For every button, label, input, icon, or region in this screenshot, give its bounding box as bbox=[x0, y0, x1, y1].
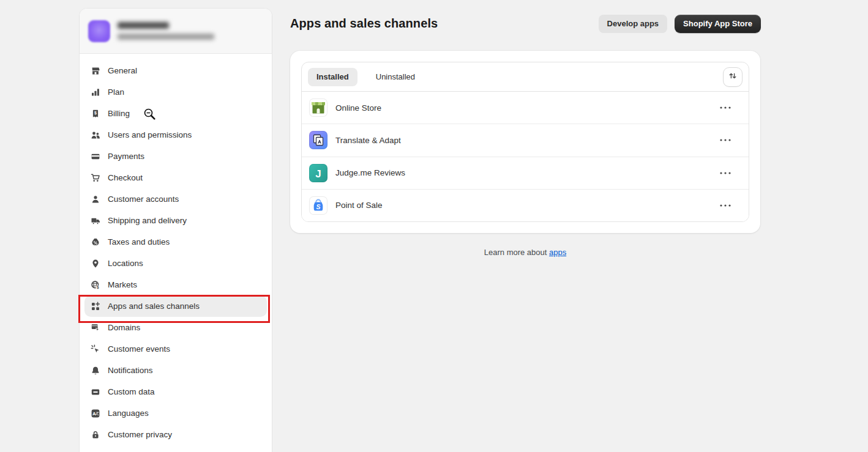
checkout-cart-icon bbox=[91, 173, 100, 183]
store-name-redacted bbox=[118, 22, 169, 29]
svg-text:S: S bbox=[316, 202, 320, 210]
app-name: Online Store bbox=[335, 103, 381, 113]
app-name: Point of Sale bbox=[335, 201, 383, 210]
learn-more-label: Learn more about bbox=[484, 248, 547, 257]
settings-sidebar: General Plan $ Billing Users and permiss… bbox=[80, 9, 272, 452]
sidebar-item-label: Languages bbox=[108, 409, 149, 418]
translate-icon: A bbox=[91, 409, 100, 418]
sidebar-item-label: Domains bbox=[108, 323, 140, 332]
app-name: Judge.me Reviews bbox=[335, 168, 405, 177]
sidebar-item-notifications[interactable]: Notifications bbox=[84, 360, 267, 381]
users-icon bbox=[91, 130, 100, 140]
sidebar-item-label: Customer events bbox=[108, 344, 170, 354]
tab-uninstalled[interactable]: Uninstalled bbox=[367, 68, 424, 86]
store-icon bbox=[91, 66, 100, 76]
sort-arrows-icon bbox=[728, 71, 738, 83]
sidebar-item-label: Custom data bbox=[108, 387, 155, 396]
sort-button[interactable] bbox=[723, 67, 743, 87]
sidebar-item-label: Users and permissions bbox=[108, 130, 192, 139]
sidebar-item-label: Billing bbox=[108, 109, 130, 118]
sidebar-item-label: Plan bbox=[108, 87, 124, 97]
sidebar-item-taxes-and-duties[interactable]: Taxes and duties bbox=[84, 231, 267, 253]
globe-icon: $ bbox=[91, 280, 100, 290]
data-box-icon bbox=[91, 387, 100, 397]
store-avatar bbox=[88, 20, 110, 42]
app-row-translate-adapt[interactable]: Translate & Adapt bbox=[302, 124, 749, 156]
bell-icon bbox=[91, 366, 100, 376]
domains-icon bbox=[91, 323, 100, 333]
apps-card: Installed Uninstalled Online Store Trans… bbox=[290, 51, 760, 233]
app-actions-menu-button[interactable] bbox=[717, 165, 734, 182]
translate-adapt-app-icon bbox=[309, 131, 327, 149]
location-pin-icon bbox=[91, 259, 100, 269]
app-row-point-of-sale[interactable]: S Point of Sale bbox=[302, 189, 749, 221]
learn-more-text: Learn more about apps bbox=[290, 248, 760, 257]
sidebar-item-label: Notifications bbox=[108, 366, 153, 375]
tab-installed[interactable]: Installed bbox=[308, 68, 357, 86]
online-store-app-icon bbox=[309, 98, 327, 117]
sidebar-item-customer-events[interactable]: Customer events bbox=[84, 338, 267, 360]
sidebar-item-label: Checkout bbox=[108, 173, 143, 182]
sidebar-item-label: General bbox=[108, 66, 137, 75]
app-row-judgeme-reviews[interactable]: J Judge.me Reviews bbox=[302, 157, 749, 189]
tabs-row: Installed Uninstalled bbox=[302, 62, 749, 92]
apps-grid-icon bbox=[91, 302, 100, 311]
sidebar-item-languages[interactable]: A Languages bbox=[84, 402, 267, 424]
svg-text:A: A bbox=[92, 411, 96, 417]
develop-apps-button[interactable]: Develop apps bbox=[599, 15, 668, 33]
sidebar-item-label: Taxes and duties bbox=[108, 237, 170, 246]
tax-bag-icon bbox=[91, 237, 100, 247]
person-icon bbox=[91, 195, 100, 204]
sidebar-item-customer-accounts[interactable]: Customer accounts bbox=[84, 188, 267, 210]
sidebar-item-label: Shipping and delivery bbox=[108, 216, 187, 225]
app-actions-menu-button[interactable] bbox=[717, 132, 734, 149]
sidebar-item-checkout[interactable]: Checkout bbox=[84, 167, 267, 188]
plan-chart-icon bbox=[91, 87, 100, 97]
settings-nav: General Plan $ Billing Users and permiss… bbox=[80, 54, 272, 451]
sidebar-item-customer-privacy[interactable]: Customer privacy bbox=[84, 424, 267, 445]
payments-icon bbox=[91, 152, 100, 161]
sidebar-item-label: Apps and sales channels bbox=[108, 302, 200, 311]
sidebar-item-payments[interactable]: Payments bbox=[84, 146, 267, 167]
sidebar-item-label: Customer privacy bbox=[108, 430, 172, 439]
sidebar-item-locations[interactable]: Locations bbox=[84, 253, 267, 274]
svg-text:J: J bbox=[315, 168, 321, 179]
store-account-header[interactable] bbox=[80, 9, 272, 54]
shopify-app-store-button[interactable]: Shopify App Store bbox=[675, 15, 761, 33]
app-actions-menu-button[interactable] bbox=[717, 99, 734, 116]
point-of-sale-app-icon: S bbox=[309, 196, 327, 215]
sidebar-item-shipping-and-delivery[interactable]: Shipping and delivery bbox=[84, 210, 267, 231]
apps-help-link[interactable]: apps bbox=[549, 248, 566, 257]
store-meta bbox=[118, 22, 214, 40]
judgeme-app-icon: J bbox=[309, 164, 327, 182]
store-email-redacted bbox=[118, 34, 214, 40]
app-name: Translate & Adapt bbox=[335, 136, 401, 145]
billing-receipt-icon: $ bbox=[91, 109, 100, 119]
sidebar-item-label: Locations bbox=[108, 259, 143, 268]
app-row-online-store[interactable]: Online Store bbox=[302, 92, 749, 124]
truck-icon bbox=[91, 216, 100, 226]
sidebar-item-custom-data[interactable]: Custom data bbox=[84, 381, 267, 402]
sidebar-item-label: Customer accounts bbox=[108, 195, 179, 204]
sidebar-item-label: Markets bbox=[108, 280, 137, 289]
header-actions: Develop apps Shopify App Store bbox=[599, 15, 761, 33]
sidebar-item-domains[interactable]: Domains bbox=[84, 317, 267, 338]
lock-icon bbox=[91, 430, 100, 440]
sidebar-item-label: Payments bbox=[108, 152, 144, 161]
sidebar-item-markets[interactable]: $ Markets bbox=[84, 274, 267, 295]
apps-list-box: Installed Uninstalled Online Store Trans… bbox=[301, 62, 749, 222]
app-actions-menu-button[interactable] bbox=[717, 197, 734, 214]
page-title: Apps and sales channels bbox=[290, 17, 438, 31]
svg-text:$: $ bbox=[94, 111, 97, 116]
sidebar-item-users-and-permissions[interactable]: Users and permissions bbox=[84, 124, 267, 146]
cursor-spark-icon bbox=[91, 344, 100, 354]
sidebar-item-plan[interactable]: Plan bbox=[84, 81, 267, 103]
sidebar-item-general[interactable]: General bbox=[84, 60, 267, 81]
svg-text:$: $ bbox=[97, 285, 99, 290]
sidebar-item-apps-and-sales-channels[interactable]: Apps and sales channels bbox=[84, 295, 267, 317]
sidebar-item-billing[interactable]: $ Billing bbox=[84, 103, 267, 124]
